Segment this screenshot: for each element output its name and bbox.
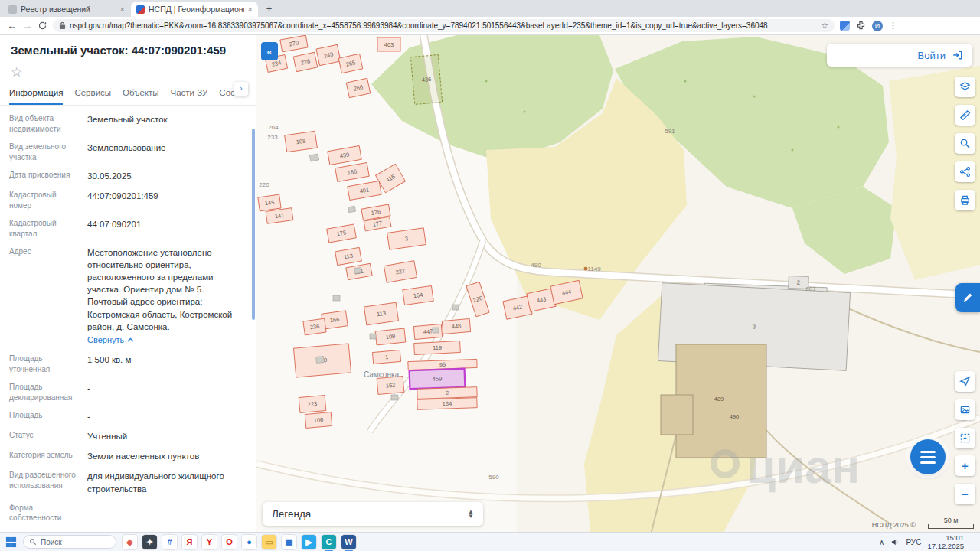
tray-expand-icon[interactable]: ∧ [879, 538, 884, 546]
browser-tab[interactable]: Реестр извещений × [3, 2, 130, 17]
taskbar-icon-app-grid[interactable]: # [162, 535, 177, 549]
field-label: Статус [9, 430, 80, 442]
building-footprint [316, 357, 325, 364]
field-row: Форма собственности - [9, 495, 247, 523]
building-footprint [391, 395, 398, 400]
field-label: Кадастровый квартал [9, 218, 80, 239]
taskbar-icon-app-blue-dot[interactable]: ● [242, 535, 256, 549]
taskbar-clock[interactable]: 15:01 17.12.2025 [927, 533, 964, 550]
parcel-223[interactable]: 223 [299, 396, 326, 413]
tab-close-icon[interactable]: × [120, 5, 125, 14]
parcel-2[interactable]: 2 [417, 387, 477, 399]
collapse-panel-button[interactable]: « [261, 42, 278, 60]
parcel-436[interactable]: 436 [410, 55, 442, 105]
browser-tab[interactable]: НСПД | Геоинформационный п × [131, 2, 258, 17]
forward-button[interactable]: → [22, 21, 32, 31]
taskbar-icon-explorer[interactable]: ▭ [262, 535, 276, 549]
locate-button[interactable] [955, 371, 975, 392]
parcel-119[interactable]: 119 [414, 341, 461, 354]
login-button[interactable]: Войти [827, 44, 972, 67]
show-desktop-button[interactable] [972, 535, 975, 549]
search-object-button[interactable] [955, 133, 975, 154]
parcel-459[interactable]: 459 [410, 369, 466, 389]
map-canvas[interactable]: 2704032342282432652664361084391864154011… [256, 35, 980, 532]
draw-tool-button[interactable] [956, 283, 980, 312]
layers-button[interactable] [955, 77, 975, 97]
volume-icon[interactable] [890, 538, 900, 546]
panel-tabs-scroll-button[interactable]: › [234, 82, 248, 96]
panel-scrollbar[interactable] [252, 129, 255, 320]
svg-text:166: 166 [329, 316, 340, 324]
building-footprint [370, 334, 376, 339]
svg-text:2: 2 [446, 390, 449, 396]
parcel-403[interactable]: 403 [377, 37, 400, 51]
parcel-145[interactable]: 145 [258, 194, 281, 211]
map-number-label: 591 [665, 128, 675, 135]
parcel-106[interactable]: 106 [305, 412, 332, 429]
taskbar-icon-opera[interactable]: O [222, 535, 237, 549]
field-row: Кадастровый квартал 44:07:090201 [9, 210, 247, 239]
legend-bar[interactable]: Легенда ▲▼ [263, 502, 483, 526]
start-button[interactable] [5, 536, 17, 548]
field-label: Дата присвоения [9, 170, 80, 182]
collapse-address-link[interactable]: Свернуть [87, 334, 134, 346]
select-area-button[interactable] [955, 428, 975, 448]
parcel-162[interactable]: 162 [377, 377, 404, 395]
field-row: Вид земельного участка Землепользование [9, 134, 247, 162]
parcel-1[interactable]: 1 [372, 350, 400, 364]
panel-tab[interactable]: Сервисы [74, 88, 111, 105]
field-row: Адрес Местоположение установлено относит… [9, 239, 247, 346]
screenshot-button[interactable] [955, 399, 975, 420]
print-button[interactable] [955, 190, 975, 210]
panel-tab[interactable]: Объекты [122, 88, 158, 105]
building-footprint [309, 154, 318, 161]
field-value: 30.05.2025 [87, 170, 132, 182]
puzzle-icon[interactable] [856, 21, 866, 31]
tab-close-icon[interactable]: × [248, 5, 253, 14]
chat-button[interactable] [910, 439, 946, 474]
field-row: Вид разрешенного использования для индив… [9, 462, 247, 494]
tab-favicon [136, 5, 145, 14]
taskbar-icon-yandex-start[interactable]: Y [202, 535, 217, 549]
field-row: Кадастровая 723 225 руб. [9, 523, 247, 532]
parcel-134[interactable]: 134 [417, 398, 477, 410]
parcel-448[interactable]: 448 [442, 318, 470, 334]
map-number-label: 233 [267, 134, 278, 141]
share-button[interactable] [955, 161, 975, 182]
back-button[interactable]: ← [7, 21, 17, 31]
parcel-fields: Вид объекта недвижимости Земельный участ… [0, 106, 256, 532]
field-row: Дата присвоения 30.05.2025 [9, 162, 247, 182]
parcel-109[interactable]: 109 [375, 328, 406, 345]
svg-text:119: 119 [433, 344, 442, 352]
svg-text:145: 145 [264, 199, 275, 207]
building-footprint [661, 395, 693, 435]
profile-avatar[interactable]: И [872, 21, 883, 31]
refresh-icon[interactable] [38, 21, 47, 31]
map-container: 2704032342282432652664361084391864154011… [256, 35, 980, 532]
language-indicator[interactable]: РУС [906, 538, 921, 546]
taskbar-icon-widgets[interactable]: ◈ [122, 535, 137, 549]
taskbar-icon-app-dark[interactable]: ✦ [142, 535, 157, 549]
panel-tab[interactable]: Части ЗУ [171, 88, 208, 105]
panel-tab[interactable]: Информация [9, 88, 63, 105]
taskbar-icon-yandex[interactable]: Я [182, 535, 197, 549]
taskbar-icon-cian[interactable]: C [322, 535, 336, 549]
taskbar-icon-word[interactable]: W [341, 535, 356, 549]
taskbar-search[interactable]: Поиск [23, 535, 116, 549]
taskbar-icon-app-blue[interactable]: ▦ [282, 535, 296, 549]
bookmark-star-icon[interactable]: ☆ [821, 21, 828, 31]
url-field[interactable]: nspd.gov.ru/map?thematic=PKK&zoom=16.836… [53, 19, 835, 32]
field-row: Площадь декларированная - [9, 374, 247, 403]
map-number-label: 264 [268, 124, 279, 131]
ruler-button[interactable] [955, 105, 975, 126]
favorite-star-icon[interactable]: ☆ [11, 66, 245, 79]
new-tab-button[interactable]: + [263, 4, 275, 15]
browser-menu-button[interactable]: ⋮ [889, 21, 897, 31]
taskbar-icon-telegram[interactable]: ▶ [302, 535, 316, 549]
parcel-236[interactable]: 236 [303, 318, 326, 335]
extension-icon[interactable] [840, 21, 850, 31]
zoom-in-button[interactable]: + [955, 455, 975, 476]
field-label: Вид объекта недвижимости [9, 113, 80, 134]
zoom-out-button[interactable]: − [955, 484, 975, 504]
svg-text:113: 113 [376, 310, 386, 318]
